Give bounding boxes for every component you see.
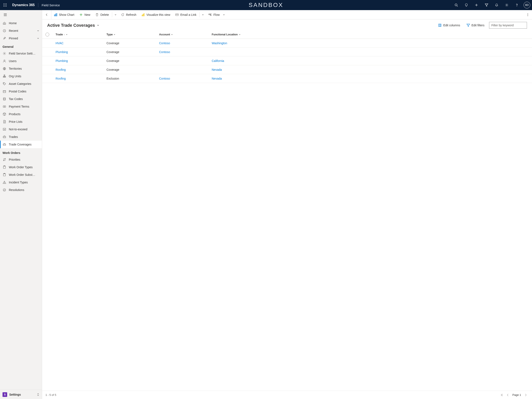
area-switcher[interactable]: S Settings (0, 390, 42, 399)
svg-rect-34 (3, 128, 6, 130)
column-header-account[interactable]: Account (159, 33, 212, 36)
table-row[interactable]: PlumbingCoverageCalifornia (42, 56, 532, 65)
email-link-button[interactable]: Email a Link (173, 10, 199, 19)
column-header-trade[interactable]: Trade ↑ (54, 33, 107, 36)
button-label: Edit columns (443, 24, 460, 27)
button-label: New (84, 13, 90, 16)
filter-keyword-input[interactable] (489, 22, 527, 29)
search-icon[interactable] (451, 0, 461, 10)
sidebar-item[interactable]: Work Order Subst… (0, 171, 42, 179)
delete-split-chevron[interactable] (113, 13, 119, 16)
help-icon[interactable] (512, 0, 522, 10)
delete-button[interactable]: Delete (93, 10, 111, 19)
cell-trade[interactable]: Roofing (56, 68, 66, 71)
new-button[interactable]: New (77, 10, 93, 19)
cell-trade[interactable]: Plumbing (56, 50, 68, 54)
sidebar-item[interactable]: Trade Coverages (0, 141, 42, 148)
table-row[interactable]: RoofingExclusionContosoNevada (42, 74, 532, 83)
first-page-button[interactable] (499, 393, 505, 397)
view-title[interactable]: Active Trade Coverages (47, 23, 100, 28)
brand-label[interactable]: Dynamics 365 (10, 3, 37, 7)
sidebar-item-pinned[interactable]: Pinned (0, 34, 42, 42)
sidebar-toggle[interactable] (0, 10, 42, 19)
button-label: Show Chart (59, 13, 74, 16)
sidebar-item[interactable]: Tax Codes (0, 95, 42, 103)
sidebar-item[interactable]: Trades (0, 133, 42, 141)
sidebar-item[interactable]: Org Units (0, 72, 42, 80)
nav-icon (2, 142, 6, 146)
back-button[interactable] (42, 10, 51, 19)
svg-point-0 (4, 4, 4, 4)
sidebar-item[interactable]: Asset Categories (0, 80, 42, 88)
select-all-checkbox[interactable] (45, 33, 54, 36)
sidebar-item-recent[interactable]: Recent (0, 27, 42, 34)
prev-page-button[interactable] (505, 393, 511, 397)
sidebar-item[interactable]: Payment Terms (0, 103, 42, 110)
svg-rect-30 (3, 106, 6, 107)
svg-point-54 (528, 14, 528, 15)
svg-point-9 (455, 4, 457, 6)
sidebar-item-home[interactable]: Home (0, 19, 42, 27)
cell-account[interactable]: Contoso (159, 50, 170, 54)
table-row[interactable]: HVACCoverageContosoWashington (42, 39, 532, 48)
svg-point-21 (4, 60, 5, 61)
visualize-button[interactable]: Visualize this view (139, 10, 173, 19)
table-row[interactable]: PlumbingCoverageContoso (42, 48, 532, 56)
user-avatar[interactable]: BD (524, 2, 530, 8)
sidebar-item[interactable]: Territories (0, 65, 42, 72)
cell-account[interactable]: Contoso (159, 41, 170, 45)
lightbulb-icon[interactable] (461, 0, 471, 10)
sidebar-item[interactable]: Users (0, 57, 42, 65)
nav-icon (2, 165, 6, 169)
sidebar-item[interactable]: Not-to-exceed (0, 125, 42, 133)
sidebar-item[interactable]: Price Lists (0, 118, 42, 125)
sidebar-item[interactable]: Products (0, 110, 42, 118)
sidebar-item[interactable]: Postal Codes (0, 88, 42, 95)
cell-functional-location[interactable]: Nevada (212, 68, 222, 71)
cell-account[interactable]: Contoso (159, 77, 170, 80)
sidebar-item[interactable]: Field Service Setti… (0, 50, 42, 57)
button-label: Delete (100, 13, 109, 16)
svg-point-14 (506, 5, 507, 6)
command-overflow-button[interactable] (524, 10, 532, 19)
show-chart-button[interactable]: Show Chart (51, 10, 77, 19)
sidebar-item-label: Postal Codes (9, 90, 39, 93)
filter-icon[interactable] (481, 0, 492, 10)
email-split-chevron[interactable] (200, 13, 206, 16)
nav-icon (2, 82, 6, 86)
cell-type: Coverage (107, 41, 119, 45)
nav-icon (2, 59, 6, 63)
next-page-button[interactable] (523, 393, 529, 397)
column-header-type[interactable]: Type (107, 33, 159, 36)
sidebar-item[interactable]: Work Order Types (0, 163, 42, 171)
cell-trade[interactable]: Plumbing (56, 59, 68, 63)
cell-functional-location[interactable]: Washington (212, 41, 227, 45)
settings-gear-icon[interactable] (502, 0, 512, 10)
sidebar-item-label: Work Order Subst… (9, 173, 39, 176)
add-icon[interactable] (471, 0, 481, 10)
sidebar-item[interactable]: Resolutions (0, 186, 42, 194)
sidebar-item[interactable]: Priorities (0, 156, 42, 163)
flow-button[interactable]: Flow (206, 10, 228, 19)
refresh-button[interactable]: Refresh (119, 10, 139, 19)
chevron-down-icon (66, 33, 68, 36)
cell-functional-location[interactable]: California (212, 59, 224, 63)
edit-filters-button[interactable]: Edit filters (465, 22, 486, 28)
table-row[interactable]: RoofingCoverageNevada (42, 65, 532, 74)
notifications-icon[interactable] (492, 0, 502, 10)
sidebar-item[interactable]: Incident Types (0, 179, 42, 186)
cell-trade[interactable]: HVAC (56, 41, 63, 45)
sidebar-item-label: Recent (9, 29, 34, 32)
svg-rect-45 (55, 14, 56, 16)
cell-trade[interactable]: Roofing (56, 77, 66, 80)
cell-functional-location[interactable]: Nevada (212, 77, 222, 80)
column-header-functional-location[interactable]: Functional Location (212, 33, 532, 36)
sidebar-item-label: Users (9, 59, 39, 63)
edit-columns-button[interactable]: Edit columns (437, 22, 462, 28)
app-launcher-icon[interactable] (0, 0, 10, 10)
sidebar-item-label: Resolutions (9, 188, 39, 192)
nav-icon (2, 135, 6, 139)
view-header: Active Trade Coverages Edit columns Edit… (42, 19, 532, 30)
app-name[interactable]: Field Service (39, 3, 62, 7)
nav-icon (2, 74, 6, 78)
